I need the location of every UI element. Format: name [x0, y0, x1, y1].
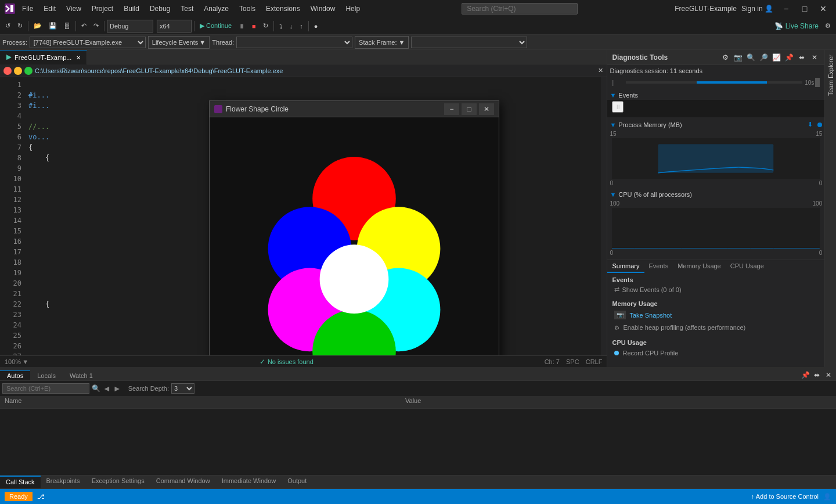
- diag-tab-events[interactable]: Events: [644, 260, 673, 273]
- add-source-btn[interactable]: ↑ Add to Source Control: [751, 493, 819, 500]
- menu-extensions[interactable]: Extensions: [261, 2, 305, 15]
- menu-analyze[interactable]: Analyze: [199, 2, 233, 15]
- output-tab-breakpoints[interactable]: Breakpoints: [41, 476, 86, 488]
- path-min-btn[interactable]: [14, 67, 22, 75]
- glut-close-btn[interactable]: ✕: [479, 103, 494, 115]
- record-cpu-btn[interactable]: Record CPU Profile: [610, 347, 822, 359]
- diag-float-btn[interactable]: ⬌: [797, 52, 807, 63]
- autos-search-input[interactable]: [2, 383, 89, 394]
- stack-frame-select[interactable]: [411, 37, 527, 48]
- diag-pin-btn[interactable]: 📌: [784, 52, 794, 63]
- path-close-x[interactable]: ✕: [598, 67, 603, 74]
- stack-frame-btn[interactable]: Stack Frame: ▼: [355, 36, 409, 49]
- editor-scrollbar[interactable]: [601, 77, 607, 355]
- nav-back-icon[interactable]: ◄: [103, 384, 111, 393]
- minimize-button[interactable]: −: [778, 3, 794, 15]
- maximize-button[interactable]: □: [797, 3, 813, 15]
- diag-tab-summary[interactable]: Summary: [607, 260, 644, 273]
- autos-pin-btn[interactable]: 📌: [800, 370, 810, 380]
- platform-dropdown[interactable]: x64: [157, 20, 192, 33]
- toolbar-step-out[interactable]: ↑: [297, 20, 306, 33]
- diag-timeline-row: | 10s: [607, 77, 824, 88]
- diag-zoom-out-btn[interactable]: 🔎: [758, 52, 769, 63]
- toolbar-pause-btn[interactable]: ⏸: [236, 20, 248, 33]
- glut-maximize-btn[interactable]: □: [462, 103, 477, 115]
- menu-view[interactable]: View: [62, 2, 86, 15]
- diag-snapshot-btn[interactable]: 📷: [733, 52, 743, 63]
- menu-edit[interactable]: Edit: [39, 2, 60, 15]
- autos-close-btn[interactable]: ✕: [823, 370, 834, 380]
- close-button[interactable]: ✕: [815, 3, 831, 15]
- sep3: [104, 21, 105, 31]
- debug-tab-watch1[interactable]: Watch 1: [63, 371, 100, 380]
- cpu-header[interactable]: ▼ CPU (% of all processors): [607, 190, 824, 199]
- enable-heap-item[interactable]: ⚙ Enable heap profiling (affects perform…: [610, 322, 822, 333]
- config-dropdown[interactable]: Debug: [107, 20, 153, 33]
- toolbar-open-btn[interactable]: 📂: [31, 20, 45, 33]
- process-select[interactable]: [7748] FreeGLUT-Example.exe: [30, 37, 146, 48]
- toolbar-save-all-btn[interactable]: 🗄: [61, 20, 73, 33]
- tab-close-icon[interactable]: ✕: [76, 55, 81, 61]
- search-depth-select[interactable]: 3: [171, 383, 194, 394]
- cpu-chart-wrapper: 100 100 0 0: [607, 199, 824, 257]
- toolbar-stop-btn[interactable]: ■: [249, 20, 259, 33]
- editor-tab-freglut[interactable]: ⯈ FreeGLUT-Examp... ✕: [0, 50, 87, 64]
- toolbar-settings-btn[interactable]: ⚙: [822, 20, 834, 33]
- menu-build[interactable]: Build: [119, 2, 144, 15]
- vs-logo: [5, 3, 15, 14]
- timeline-cursor[interactable]: [815, 78, 820, 87]
- live-share-button[interactable]: 📡 Live Share: [774, 22, 819, 30]
- menu-help[interactable]: Help: [341, 2, 365, 15]
- debug-tab-locals[interactable]: Locals: [30, 371, 63, 380]
- memory-header[interactable]: ▼ Process Memory (MB) ⬇: [607, 120, 824, 129]
- diag-tab-cpu[interactable]: CPU Usage: [726, 260, 769, 273]
- menu-debug[interactable]: Debug: [145, 2, 175, 15]
- toolbar-bp-btn[interactable]: ●: [311, 20, 321, 33]
- diag-settings-btn[interactable]: ⚙: [720, 52, 730, 63]
- team-explorer-side[interactable]: Team Explorer: [824, 50, 836, 367]
- take-snapshot-btn[interactable]: 📷 Take Snapshot: [610, 308, 822, 322]
- events-header[interactable]: ▼ Events: [607, 91, 824, 100]
- continue-button[interactable]: ▶ Continue: [197, 20, 235, 33]
- output-tab-immediate[interactable]: Immediate Window: [216, 476, 282, 488]
- toolbar-fwd-btn[interactable]: ↻: [15, 20, 26, 33]
- lifecycle-events-btn[interactable]: Lifecycle Events ▼: [148, 36, 210, 49]
- events-pause-btn[interactable]: ⏸: [612, 101, 624, 113]
- debug-tab-autos[interactable]: Autos: [0, 370, 30, 380]
- toolbar-step-over[interactable]: ⤵: [276, 20, 286, 33]
- search-input[interactable]: [462, 3, 578, 15]
- menu-tools[interactable]: Tools: [235, 2, 260, 15]
- path-close-btn[interactable]: [3, 67, 12, 75]
- toolbar-back-btn[interactable]: ↺: [2, 20, 13, 33]
- glut-minimize-btn[interactable]: −: [444, 103, 459, 115]
- status-user-icon: 👤: [823, 493, 831, 501]
- nav-fwd-icon[interactable]: ►: [113, 384, 121, 393]
- diag-chart-btn[interactable]: 📈: [771, 52, 781, 63]
- autos-float-btn[interactable]: ⬌: [812, 370, 822, 380]
- path-max-btn[interactable]: [24, 67, 33, 75]
- menu-window[interactable]: Window: [306, 2, 340, 15]
- sign-in-button[interactable]: Sign in 👤: [741, 5, 773, 13]
- toolbar-restart-btn[interactable]: ↻: [260, 20, 271, 33]
- menu-test[interactable]: Test: [176, 2, 198, 15]
- app-container: File Edit View Project Build Debug Test …: [0, 0, 836, 504]
- output-tab-callstack[interactable]: Call Stack: [0, 476, 41, 488]
- show-events-item[interactable]: ⇄ Show Events (0 of 0): [610, 285, 822, 294]
- toolbar-undo-btn[interactable]: ↶: [78, 20, 89, 33]
- toolbar-redo-btn[interactable]: ↷: [91, 20, 102, 33]
- output-tab-exceptions[interactable]: Exception Settings: [86, 476, 150, 488]
- process-bar: Process: [7748] FreeGLUT-Example.exe Lif…: [0, 35, 836, 50]
- diag-tab-memory[interactable]: Memory Usage: [673, 260, 726, 273]
- toolbar-save-btn[interactable]: 💾: [46, 20, 60, 33]
- output-tab-output[interactable]: Output: [282, 476, 312, 488]
- ready-badge: Ready: [5, 492, 33, 501]
- thread-select[interactable]: [236, 37, 352, 48]
- toolbar-step-into[interactable]: ↓: [287, 20, 296, 33]
- diag-close-btn[interactable]: ✕: [809, 52, 820, 63]
- zoom-indicator[interactable]: 100% ▼: [5, 358, 28, 365]
- menu-file[interactable]: File: [17, 2, 38, 15]
- output-tab-command[interactable]: Command Window: [150, 476, 216, 488]
- team-explorer-label[interactable]: Team Explorer: [825, 50, 836, 100]
- menu-project[interactable]: Project: [87, 2, 118, 15]
- diag-zoom-in-btn[interactable]: 🔍: [745, 52, 756, 63]
